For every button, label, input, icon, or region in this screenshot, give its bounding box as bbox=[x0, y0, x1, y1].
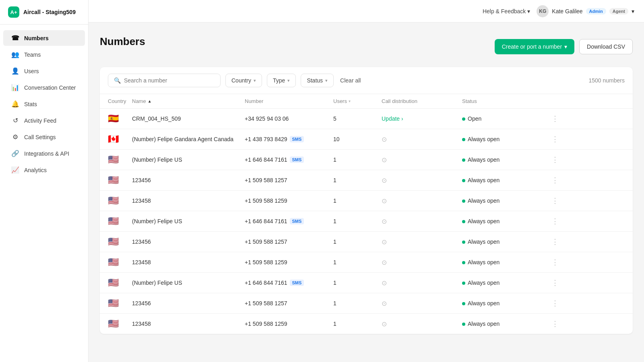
row-users: 1 bbox=[333, 239, 382, 245]
sidebar-label-integrations: Integrations & API bbox=[24, 150, 69, 157]
status-filter-button[interactable]: Status ▾ bbox=[301, 74, 334, 87]
type-filter-button[interactable]: Type ▾ bbox=[267, 74, 296, 87]
row-status: Always open bbox=[462, 300, 543, 306]
table-row: 🇺🇸 123458 +1 509 588 1259 1 ⊙ Always ope… bbox=[100, 314, 633, 334]
table-row: 🇨🇦 (Number) Felipe Gandara Agent Canada … bbox=[100, 129, 633, 150]
row-more-button[interactable]: ⋮ bbox=[543, 196, 559, 205]
row-users: 5 bbox=[333, 115, 382, 122]
status-dot bbox=[462, 117, 465, 121]
create-chevron-icon: ▾ bbox=[564, 43, 567, 50]
update-link[interactable]: Update › bbox=[382, 115, 462, 122]
col-call-distribution: Call distribution bbox=[382, 98, 462, 104]
check-icon: ⊙ bbox=[382, 259, 387, 266]
country-filter-button[interactable]: Country ▾ bbox=[225, 74, 262, 87]
search-input[interactable] bbox=[124, 77, 215, 84]
row-distribution: ⊙ bbox=[382, 177, 462, 184]
row-number: +1 509 588 1257 bbox=[245, 300, 333, 306]
sidebar-label-numbers: Numbers bbox=[24, 35, 49, 41]
conversation-icon: 📊 bbox=[11, 84, 19, 91]
agent-badge: Agent bbox=[609, 8, 628, 14]
sidebar-label-activity: Activity Feed bbox=[24, 117, 56, 124]
check-icon: ⊙ bbox=[382, 197, 387, 204]
users-sort-icon: ▾ bbox=[349, 99, 351, 103]
row-distribution: ⊙ bbox=[382, 320, 462, 328]
row-distribution: ⊙ bbox=[382, 300, 462, 307]
table-row: 🇪🇸 CRM_004_HS_509 +34 925 94 03 06 5 Upd… bbox=[100, 109, 633, 129]
row-more-button[interactable]: ⋮ bbox=[543, 237, 559, 246]
user-menu[interactable]: KG Kate Galilee Admin Agent ▾ bbox=[537, 5, 634, 17]
sms-badge: SMS bbox=[290, 156, 304, 163]
row-users: 10 bbox=[333, 136, 382, 142]
row-name: 123456 bbox=[132, 239, 245, 245]
sidebar-item-analytics[interactable]: 📈 Analytics bbox=[3, 162, 85, 178]
row-more-button[interactable]: ⋮ bbox=[543, 176, 559, 185]
row-more-button[interactable]: ⋮ bbox=[543, 114, 559, 123]
clear-all-button[interactable]: Clear all bbox=[339, 74, 362, 87]
row-number: +1 509 588 1257 bbox=[245, 177, 333, 183]
row-distribution: ⊙ bbox=[382, 156, 462, 164]
logo-icon: A+ bbox=[8, 6, 19, 18]
col-status: Status bbox=[462, 98, 543, 104]
table-row: 🇺🇸 123458 +1 509 588 1259 1 ⊙ Always ope… bbox=[100, 191, 633, 211]
table-row: 🇺🇸 123456 +1 509 588 1257 1 ⊙ Always ope… bbox=[100, 232, 633, 252]
row-more-button[interactable]: ⋮ bbox=[543, 217, 559, 226]
analytics-icon: 📈 bbox=[11, 166, 19, 174]
status-dot bbox=[462, 302, 465, 305]
page-title: Numbers bbox=[100, 35, 145, 48]
sidebar-item-stats[interactable]: 🔔 Stats bbox=[3, 96, 85, 112]
user-chevron-icon: ▾ bbox=[632, 8, 634, 14]
country-filter-label: Country bbox=[231, 77, 251, 84]
sidebar-item-conversation-center[interactable]: 📊 Conversation Center bbox=[3, 80, 85, 95]
sidebar-item-integrations[interactable]: 🔗 Integrations & API bbox=[3, 146, 85, 161]
row-distribution: ⊙ bbox=[382, 238, 462, 246]
row-users: 1 bbox=[333, 259, 382, 265]
table-row: 🇺🇸 123458 +1 509 588 1259 1 ⊙ Always ope… bbox=[100, 252, 633, 273]
col-country: Country bbox=[108, 98, 132, 104]
row-more-button[interactable]: ⋮ bbox=[543, 319, 559, 328]
create-port-number-button[interactable]: Create or port a number ▾ bbox=[495, 39, 574, 54]
row-status: Always open bbox=[462, 259, 543, 265]
check-icon: ⊙ bbox=[382, 321, 387, 327]
row-more-button[interactable]: ⋮ bbox=[543, 278, 559, 287]
check-icon: ⊙ bbox=[382, 156, 387, 163]
row-more-button[interactable]: ⋮ bbox=[543, 135, 559, 144]
country-chevron-icon: ▾ bbox=[254, 78, 256, 83]
row-more-button[interactable]: ⋮ bbox=[543, 299, 559, 308]
row-name: 123458 bbox=[132, 197, 245, 204]
table-row: 🇺🇸 123456 +1 509 588 1257 1 ⊙ Always ope… bbox=[100, 170, 633, 191]
app-title: Aircall - Staging509 bbox=[23, 9, 76, 15]
sidebar-item-numbers[interactable]: ☎ Numbers bbox=[3, 30, 85, 46]
check-icon: ⊙ bbox=[382, 177, 387, 184]
row-more-button[interactable]: ⋮ bbox=[543, 155, 559, 164]
download-csv-button[interactable]: Download CSV bbox=[579, 39, 633, 54]
flag-icon: 🇺🇸 bbox=[108, 237, 132, 247]
col-name-sort[interactable]: Name ▲ bbox=[132, 98, 245, 104]
content-area: Numbers Create or port a number ▾ Downlo… bbox=[89, 23, 644, 362]
sidebar-item-teams[interactable]: 👥 Teams bbox=[3, 47, 85, 62]
sidebar-item-activity-feed[interactable]: ↺ Activity Feed bbox=[3, 113, 85, 128]
row-users: 1 bbox=[333, 218, 382, 224]
type-chevron-icon: ▾ bbox=[287, 78, 290, 83]
sms-badge: SMS bbox=[290, 136, 304, 142]
settings-icon: ⚙ bbox=[11, 133, 19, 141]
search-box[interactable]: 🔍 bbox=[108, 74, 221, 87]
status-dot bbox=[462, 220, 465, 223]
table-body: 🇪🇸 CRM_004_HS_509 +34 925 94 03 06 5 Upd… bbox=[100, 109, 633, 334]
row-number: +34 925 94 03 06 bbox=[245, 115, 333, 122]
sidebar-label-conversation: Conversation Center bbox=[24, 84, 76, 91]
help-chevron-icon: ▾ bbox=[527, 8, 530, 14]
col-users-sort[interactable]: Users ▾ bbox=[333, 98, 382, 104]
sidebar-label-stats: Stats bbox=[24, 101, 37, 107]
page-header: Numbers Create or port a number ▾ Downlo… bbox=[100, 35, 633, 58]
users-icon: 👤 bbox=[11, 67, 19, 75]
help-feedback-button[interactable]: Help & Feedback ▾ bbox=[483, 8, 530, 14]
sidebar-item-users[interactable]: 👤 Users bbox=[3, 63, 85, 79]
row-more-button[interactable]: ⋮ bbox=[543, 258, 559, 267]
row-distribution[interactable]: Update › bbox=[382, 115, 462, 122]
sidebar-item-call-settings[interactable]: ⚙ Call Settings bbox=[3, 129, 85, 145]
sms-badge: SMS bbox=[290, 218, 304, 224]
flag-icon: 🇪🇸 bbox=[108, 113, 132, 124]
table-header: Country Name ▲ Number Users ▾ Call distr… bbox=[100, 94, 633, 109]
row-status: Always open bbox=[462, 156, 543, 163]
row-users: 1 bbox=[333, 177, 382, 183]
